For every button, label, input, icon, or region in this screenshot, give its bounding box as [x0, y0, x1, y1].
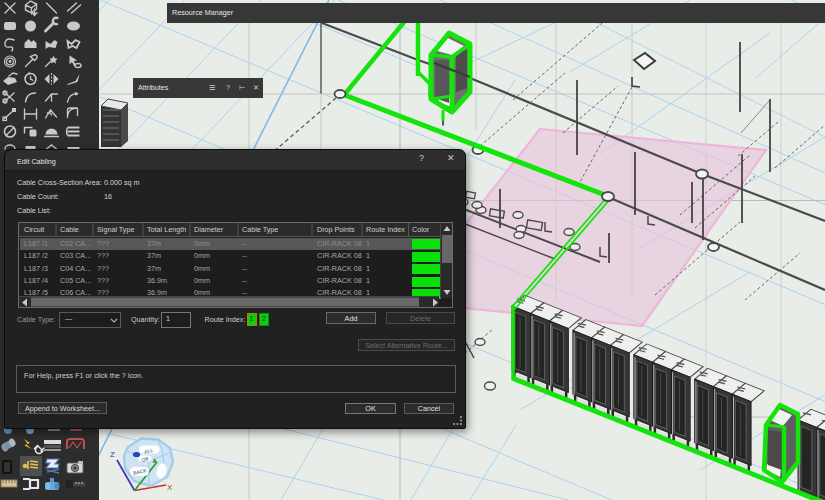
svg-text:X: X [167, 483, 173, 492]
svg-text:Z: Z [110, 450, 115, 459]
